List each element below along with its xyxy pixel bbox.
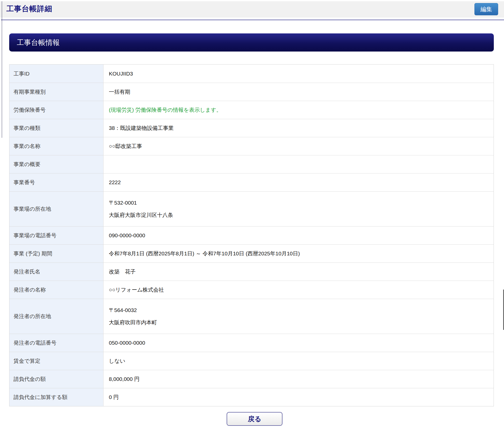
detail-table: 工事ID KOUJIID3 有期事業種別 一括有期 労働保険番号 (現場労災) …: [9, 64, 494, 406]
row-label: 請負代金に加算する額: [9, 388, 104, 406]
address-line: 大阪府吹田市内本町: [109, 316, 494, 329]
row-value: 0 円: [104, 388, 494, 406]
row-value: 改築 花子: [104, 263, 494, 281]
row-value-empty: [104, 155, 494, 173]
back-button[interactable]: 戻る: [227, 412, 282, 426]
row-label: 事業の名称: [9, 137, 104, 155]
postal-code-line: 〒532-0001: [109, 197, 494, 209]
table-row: 発注者の名称 ○○リフォーム株式会社: [9, 281, 494, 299]
row-value-info-green: (現場労災) 労働保険番号の情報を表示します。: [104, 101, 494, 119]
postal-code-line: 〒564-0032: [109, 304, 494, 316]
row-label: 発注者の名称: [9, 281, 104, 299]
table-row: 発注者の所在地 〒564-0032 大阪府吹田市内本町: [9, 299, 494, 334]
section-title: 工事台帳情報: [17, 38, 60, 47]
table-row: 発注者の電話番号 050-0000-0000: [9, 334, 494, 352]
row-value: 090-0000-0000: [104, 227, 494, 244]
header-divider: [1, 20, 504, 20]
row-label: 事業 (予定) 期間: [9, 245, 104, 263]
row-value-line: KOUJIID3: [109, 71, 494, 77]
address-line: 大阪府大阪市淀川区十八条: [109, 209, 494, 221]
row-value: ○○邸改築工事: [104, 137, 494, 155]
row-value-line: 2222: [109, 179, 494, 185]
table-row: 事業場の所在地 〒532-0001 大阪府大阪市淀川区十八条: [9, 191, 494, 226]
row-value-line: 0 円: [109, 394, 494, 401]
row-value-address: 〒532-0001 大阪府大阪市淀川区十八条: [104, 192, 494, 226]
row-value-line: (現場労災) 労働保険番号の情報を表示します。: [109, 106, 494, 114]
title-band: [0, 1, 504, 18]
row-label: 工事ID: [9, 65, 104, 83]
table-row: 事業場の電話番号 090-0000-0000: [9, 226, 494, 244]
row-label: 事業場の電話番号: [9, 227, 104, 244]
table-row: 賃金で算定 しない: [9, 352, 494, 370]
row-value: 8,000,000 円: [104, 370, 494, 388]
row-value-line: 一括有期: [109, 88, 494, 95]
row-value-line: 8,000,000 円: [109, 376, 494, 383]
row-value: 050-0000-0000: [104, 334, 494, 352]
row-label: 事業番号: [9, 173, 104, 191]
row-value-line: しない: [109, 357, 494, 365]
table-row: 発注者氏名 改築 花子: [9, 263, 494, 281]
row-label: 請負代金の額: [9, 370, 104, 388]
row-value: 2222: [104, 173, 494, 191]
page-title: 工事台帳詳細: [6, 4, 52, 14]
row-value-line: 令和7年8月1日 (西暦2025年8月1日) ～ 令和7年10月10日 (西暦2…: [109, 250, 494, 257]
row-label: 事業の種類: [9, 119, 104, 137]
row-label: 発注者の所在地: [9, 299, 104, 334]
table-row: 工事ID KOUJIID3: [9, 65, 494, 83]
table-row: 事業番号 2222: [9, 173, 494, 191]
table-row: 請負代金の額 8,000,000 円: [9, 370, 494, 388]
row-value-line: 090-0000-0000: [109, 232, 494, 239]
section-header: 工事台帳情報: [9, 33, 494, 52]
left-frame-border: [2, 1, 2, 138]
table-row: 事業 (予定) 期間 令和7年8月1日 (西暦2025年8月1日) ～ 令和7年…: [9, 244, 494, 263]
row-label: 事業場の所在地: [9, 192, 104, 226]
table-row: 有期事業種別 一括有期: [9, 83, 494, 101]
table-row: 請負代金に加算する額 0 円: [9, 388, 494, 406]
row-value-line: ○○邸改築工事: [109, 143, 494, 150]
row-value: KOUJIID3: [104, 65, 494, 83]
row-label: 有期事業種別: [9, 83, 104, 101]
row-value: 令和7年8月1日 (西暦2025年8月1日) ～ 令和7年10月10日 (西暦2…: [104, 245, 494, 263]
row-value: ○○リフォーム株式会社: [104, 281, 494, 299]
row-label: 事業の概要: [9, 155, 104, 173]
table-row: 事業の名称 ○○邸改築工事: [9, 137, 494, 155]
row-label: 賃金で算定: [9, 352, 104, 370]
table-row: 事業の概要: [9, 155, 494, 173]
row-value-line: ○○リフォーム株式会社: [109, 286, 494, 293]
row-value-line: 38：既設建築物設備工事業: [109, 124, 494, 132]
row-label: 発注者の電話番号: [9, 334, 104, 352]
row-value: 一括有期: [104, 83, 494, 101]
edit-button[interactable]: 編集: [474, 3, 498, 15]
right-edge-scrollbar[interactable]: [503, 290, 504, 330]
table-row: 労働保険番号 (現場労災) 労働保険番号の情報を表示します。: [9, 101, 494, 119]
row-value: 38：既設建築物設備工事業: [104, 119, 494, 137]
row-value: しない: [104, 352, 494, 370]
table-row: 事業の種類 38：既設建築物設備工事業: [9, 119, 494, 137]
row-value-line: 改築 花子: [109, 268, 494, 275]
row-value-address: 〒564-0032 大阪府吹田市内本町: [104, 299, 494, 334]
row-value-line: 050-0000-0000: [109, 340, 494, 346]
row-label: 発注者氏名: [9, 263, 104, 281]
row-label: 労働保険番号: [9, 101, 104, 119]
